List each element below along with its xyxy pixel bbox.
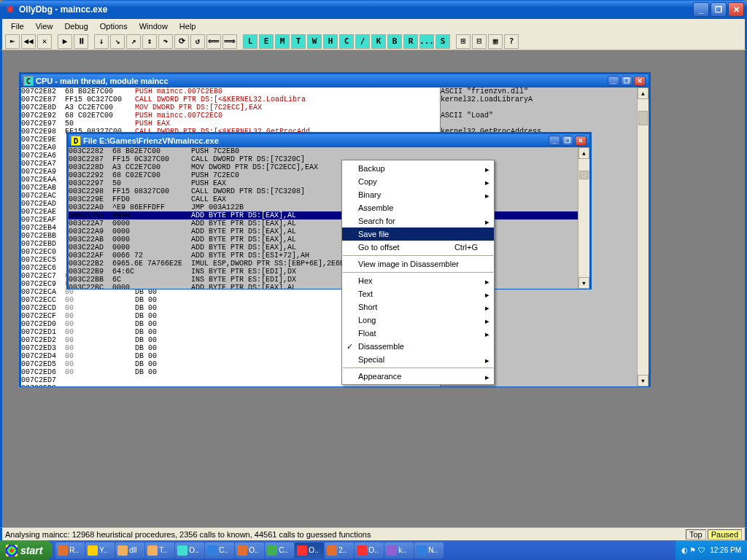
taskbar-item[interactable]: C.. <box>265 542 294 559</box>
taskbar-item[interactable]: k.. <box>384 542 414 559</box>
menu-debug[interactable]: Debug <box>58 20 93 32</box>
tb-play-1[interactable]: ⏸ <box>74 34 88 49</box>
tb-letter-5[interactable]: H <box>323 34 338 49</box>
taskbar-item[interactable]: O.. <box>175 542 204 559</box>
close-button[interactable]: ✕ <box>728 2 744 17</box>
taskbar-item[interactable]: R.. <box>55 542 85 559</box>
tb-letter-10[interactable]: R <box>403 34 418 49</box>
tb-end-3[interactable]: ? <box>504 34 519 49</box>
disasm-row[interactable]: 003C2282 68 B02E7C00 PUSH 7C2EB0 <box>69 147 589 155</box>
maximize-button[interactable]: ❐ <box>711 2 727 17</box>
tb-play-0[interactable]: ▶ <box>58 34 72 49</box>
tb-letter-6[interactable]: C <box>339 34 354 49</box>
tb-step-7[interactable]: ⟸ <box>206 34 221 49</box>
tb-end-0[interactable]: ⊞ <box>456 34 471 49</box>
disasm-row[interactable]: 003C22B9 64:6C INS BYTE PTR ES:[EDI],DX <box>69 268 589 276</box>
menu-item-backup[interactable]: Backup▸ <box>342 162 494 175</box>
disasm-row[interactable]: 003C228D A3 CC2E7C00 MOV DWORD PTR DS:[7… <box>69 163 589 171</box>
disasm-row[interactable]: 003C22AD 0000 ADD BYTE PTR DS:[EAX],AL <box>69 244 589 252</box>
tb-step-1[interactable]: ↘ <box>110 34 125 49</box>
disasm-row[interactable]: 003C22A7 0000 ADD BYTE PTR DS:[EAX],AL <box>69 219 589 228</box>
tb-letter-8[interactable]: K <box>371 34 386 49</box>
menu-help[interactable]: Help <box>174 20 202 32</box>
cpu-close-button[interactable]: ✕ <box>634 76 646 86</box>
tb-letter-4[interactable]: W <box>307 34 322 49</box>
disasm-row[interactable]: 003C22A0 ^E9 86EFFDFF JMP 003A122B <box>69 203 589 211</box>
menu-file[interactable]: File <box>5 20 30 32</box>
cpu-scrollbar[interactable]: ▲ ▼ <box>637 88 649 386</box>
tb-nav-2[interactable]: ✕ <box>37 34 52 49</box>
menu-options[interactable]: Options <box>94 20 133 32</box>
tb-end-2[interactable]: ▦ <box>488 34 503 49</box>
tb-step-8[interactable]: ⟹ <box>222 34 237 49</box>
menu-item-disassemble[interactable]: ✓Disassemble <box>342 340 494 353</box>
scroll-up-icon[interactable]: ▲ <box>638 88 649 99</box>
menu-item-long[interactable]: Long▸ <box>342 314 494 327</box>
taskbar-item[interactable]: O.. <box>355 542 384 559</box>
disasm-row[interactable]: 003C2297 50 PUSH EAX <box>69 179 589 187</box>
minimize-button[interactable]: _ <box>693 2 709 17</box>
tb-letter-2[interactable]: M <box>275 34 290 49</box>
scroll-down-icon[interactable]: ▼ <box>638 375 649 386</box>
tb-step-3[interactable]: ↕ <box>142 34 157 49</box>
cpu-minimize-button[interactable]: _ <box>608 76 619 86</box>
taskbar-item[interactable]: O.. <box>295 542 324 559</box>
menu-view[interactable]: View <box>30 20 59 32</box>
start-button[interactable]: start <box>0 540 53 560</box>
menu-item-view-image-in-disassembler[interactable]: View image in Disassembler <box>342 257 494 271</box>
taskbar-item[interactable]: O.. <box>235 542 264 559</box>
file-minimize-button[interactable]: _ <box>549 136 560 146</box>
tb-nav-0[interactable]: ⇤ <box>5 34 20 49</box>
file-titlebar[interactable]: D File E:\Games\FrienzVN\maincc.exe _ ❐ … <box>69 134 589 147</box>
disasm-row[interactable]: 003C22A5 0000 ADD BYTE PTR DS:[EAX],AL <box>69 211 589 219</box>
menu-item-assemble[interactable]: Assemble <box>342 201 494 214</box>
cpu-titlebar[interactable]: C CPU - main thread, module maincc _ ❐ ✕ <box>21 74 649 88</box>
taskbar-item[interactable]: 2.. <box>325 542 354 559</box>
disasm-row[interactable]: 003C22A9 0000 ADD BYTE PTR DS:[EAX],AL <box>69 228 589 236</box>
taskbar-item[interactable]: dll <box>115 542 144 559</box>
tb-step-0[interactable]: ↓ <box>94 34 109 49</box>
menu-item-search-for[interactable]: Search for▸ <box>342 214 494 228</box>
taskbar-item[interactable]: C.. <box>205 542 234 559</box>
tb-letter-1[interactable]: E <box>259 34 274 49</box>
menu-item-copy[interactable]: Copy▸ <box>342 175 494 188</box>
menu-item-hex[interactable]: Hex▸ <box>342 274 494 287</box>
disasm-row[interactable]: 003C22BB 6C INS BYTE PTR ES:[EDI],DX <box>69 276 589 284</box>
menu-item-go-to-offset[interactable]: Go to offsetCtrl+G <box>342 241 494 254</box>
menu-item-save-file[interactable]: Save file <box>342 228 494 241</box>
scroll-thumb[interactable] <box>579 171 589 179</box>
disasm-row[interactable]: 003C22BC 0000 ADD BYTE PTR DS:[EAX],AL <box>69 284 589 289</box>
disasm-row[interactable]: 003C229E FFD0 CALL EAX <box>69 195 589 203</box>
menu-item-float[interactable]: Float▸ <box>342 327 494 340</box>
disasm-row[interactable]: 003C2292 68 C02E7C00 PUSH 7C2EC0 <box>69 171 589 179</box>
tb-step-4[interactable]: ↷ <box>158 34 173 49</box>
tb-letter-0[interactable]: L <box>243 34 258 49</box>
tb-step-6[interactable]: ↺ <box>190 34 205 49</box>
file-scrollbar[interactable]: ▲ ▼ <box>578 147 589 289</box>
tb-nav-1[interactable]: ◀◀ <box>21 34 36 49</box>
menu-item-text[interactable]: Text▸ <box>342 287 494 300</box>
tb-letter-7[interactable]: / <box>355 34 370 49</box>
scroll-thumb[interactable] <box>638 111 648 125</box>
tb-end-1[interactable]: ⊟ <box>472 34 487 49</box>
taskbar-item[interactable]: Y.. <box>85 542 115 559</box>
disasm-row[interactable]: 003C22AF 0066 72 ADD BYTE PTR DS:[ESI+72… <box>69 252 589 260</box>
menu-item-appearance[interactable]: Appearance▸ <box>342 370 494 383</box>
file-close-button[interactable]: ✕ <box>575 136 587 146</box>
scroll-down-icon[interactable]: ▼ <box>578 277 589 289</box>
tb-step-5[interactable]: ⟳ <box>174 34 189 49</box>
disasm-row[interactable]: 003C22AB 0000 ADD BYTE PTR DS:[EAX],AL <box>69 236 589 244</box>
disasm-row[interactable]: 003C22B2 6965.6E 7A766E2E IMUL ESP,DWORD… <box>69 260 589 268</box>
tb-letter-12[interactable]: S <box>436 34 450 49</box>
file-maximize-button[interactable]: ❐ <box>562 136 573 146</box>
tb-letter-3[interactable]: T <box>291 34 306 49</box>
disasm-row[interactable]: 003C2287 FF15 0C327C00 CALL DWORD PTR DS… <box>69 155 589 163</box>
scroll-up-icon[interactable]: ▲ <box>578 147 589 159</box>
menu-window[interactable]: Window <box>133 20 174 32</box>
tb-letter-11[interactable]: ... <box>419 34 434 49</box>
cpu-maximize-button[interactable]: ❐ <box>621 76 632 86</box>
menu-item-special[interactable]: Special▸ <box>342 353 494 366</box>
disasm-row[interactable]: 003C2298 FF15 08327C00 CALL DWORD PTR DS… <box>69 187 589 195</box>
menu-item-short[interactable]: Short▸ <box>342 300 494 314</box>
taskbar-item[interactable]: T.. <box>145 542 174 559</box>
